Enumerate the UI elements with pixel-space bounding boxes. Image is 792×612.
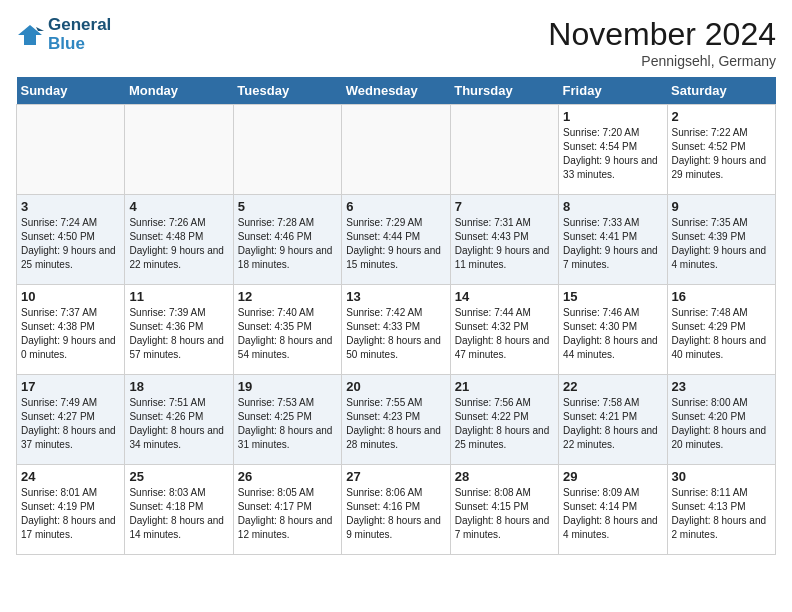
logo-icon <box>16 21 44 49</box>
calendar-cell: 26Sunrise: 8:05 AM Sunset: 4:17 PM Dayli… <box>233 465 341 555</box>
day-number: 22 <box>563 379 662 394</box>
day-info: Sunrise: 7:42 AM Sunset: 4:33 PM Dayligh… <box>346 306 445 362</box>
svg-marker-0 <box>18 25 42 45</box>
day-info: Sunrise: 7:56 AM Sunset: 4:22 PM Dayligh… <box>455 396 554 452</box>
day-number: 17 <box>21 379 120 394</box>
calendar-cell: 14Sunrise: 7:44 AM Sunset: 4:32 PM Dayli… <box>450 285 558 375</box>
day-number: 9 <box>672 199 771 214</box>
calendar-cell: 10Sunrise: 7:37 AM Sunset: 4:38 PM Dayli… <box>17 285 125 375</box>
location: Pennigsehl, Germany <box>548 53 776 69</box>
day-number: 16 <box>672 289 771 304</box>
day-info: Sunrise: 7:29 AM Sunset: 4:44 PM Dayligh… <box>346 216 445 272</box>
title-area: November 2024 Pennigsehl, Germany <box>548 16 776 69</box>
header-row: SundayMondayTuesdayWednesdayThursdayFrid… <box>17 77 776 105</box>
day-info: Sunrise: 7:49 AM Sunset: 4:27 PM Dayligh… <box>21 396 120 452</box>
calendar-cell: 22Sunrise: 7:58 AM Sunset: 4:21 PM Dayli… <box>559 375 667 465</box>
day-number: 19 <box>238 379 337 394</box>
calendar-cell: 30Sunrise: 8:11 AM Sunset: 4:13 PM Dayli… <box>667 465 775 555</box>
calendar-cell: 21Sunrise: 7:56 AM Sunset: 4:22 PM Dayli… <box>450 375 558 465</box>
calendar-cell: 8Sunrise: 7:33 AM Sunset: 4:41 PM Daylig… <box>559 195 667 285</box>
calendar-cell: 17Sunrise: 7:49 AM Sunset: 4:27 PM Dayli… <box>17 375 125 465</box>
day-number: 23 <box>672 379 771 394</box>
calendar-cell: 4Sunrise: 7:26 AM Sunset: 4:48 PM Daylig… <box>125 195 233 285</box>
calendar-cell: 3Sunrise: 7:24 AM Sunset: 4:50 PM Daylig… <box>17 195 125 285</box>
logo: General Blue <box>16 16 111 53</box>
day-number: 4 <box>129 199 228 214</box>
svg-marker-1 <box>36 27 44 31</box>
day-info: Sunrise: 7:28 AM Sunset: 4:46 PM Dayligh… <box>238 216 337 272</box>
day-number: 30 <box>672 469 771 484</box>
day-number: 27 <box>346 469 445 484</box>
calendar-cell: 29Sunrise: 8:09 AM Sunset: 4:14 PM Dayli… <box>559 465 667 555</box>
calendar-cell <box>125 105 233 195</box>
day-number: 8 <box>563 199 662 214</box>
day-info: Sunrise: 7:39 AM Sunset: 4:36 PM Dayligh… <box>129 306 228 362</box>
day-number: 18 <box>129 379 228 394</box>
day-number: 1 <box>563 109 662 124</box>
calendar-cell <box>450 105 558 195</box>
week-row-1: 1Sunrise: 7:20 AM Sunset: 4:54 PM Daylig… <box>17 105 776 195</box>
calendar-cell: 16Sunrise: 7:48 AM Sunset: 4:29 PM Dayli… <box>667 285 775 375</box>
day-number: 14 <box>455 289 554 304</box>
calendar-cell: 28Sunrise: 8:08 AM Sunset: 4:15 PM Dayli… <box>450 465 558 555</box>
calendar-cell: 5Sunrise: 7:28 AM Sunset: 4:46 PM Daylig… <box>233 195 341 285</box>
calendar-cell: 15Sunrise: 7:46 AM Sunset: 4:30 PM Dayli… <box>559 285 667 375</box>
day-number: 10 <box>21 289 120 304</box>
day-number: 7 <box>455 199 554 214</box>
day-info: Sunrise: 7:37 AM Sunset: 4:38 PM Dayligh… <box>21 306 120 362</box>
day-info: Sunrise: 7:53 AM Sunset: 4:25 PM Dayligh… <box>238 396 337 452</box>
week-row-5: 24Sunrise: 8:01 AM Sunset: 4:19 PM Dayli… <box>17 465 776 555</box>
calendar-cell: 19Sunrise: 7:53 AM Sunset: 4:25 PM Dayli… <box>233 375 341 465</box>
day-info: Sunrise: 7:22 AM Sunset: 4:52 PM Dayligh… <box>672 126 771 182</box>
col-header-wednesday: Wednesday <box>342 77 450 105</box>
day-info: Sunrise: 8:00 AM Sunset: 4:20 PM Dayligh… <box>672 396 771 452</box>
calendar-cell: 2Sunrise: 7:22 AM Sunset: 4:52 PM Daylig… <box>667 105 775 195</box>
calendar-cell: 20Sunrise: 7:55 AM Sunset: 4:23 PM Dayli… <box>342 375 450 465</box>
calendar-table: SundayMondayTuesdayWednesdayThursdayFrid… <box>16 77 776 555</box>
calendar-cell: 7Sunrise: 7:31 AM Sunset: 4:43 PM Daylig… <box>450 195 558 285</box>
calendar-cell: 6Sunrise: 7:29 AM Sunset: 4:44 PM Daylig… <box>342 195 450 285</box>
col-header-sunday: Sunday <box>17 77 125 105</box>
day-info: Sunrise: 8:05 AM Sunset: 4:17 PM Dayligh… <box>238 486 337 542</box>
day-number: 24 <box>21 469 120 484</box>
day-info: Sunrise: 7:33 AM Sunset: 4:41 PM Dayligh… <box>563 216 662 272</box>
day-number: 26 <box>238 469 337 484</box>
calendar-cell <box>342 105 450 195</box>
day-number: 29 <box>563 469 662 484</box>
day-number: 2 <box>672 109 771 124</box>
day-info: Sunrise: 7:31 AM Sunset: 4:43 PM Dayligh… <box>455 216 554 272</box>
week-row-3: 10Sunrise: 7:37 AM Sunset: 4:38 PM Dayli… <box>17 285 776 375</box>
calendar-cell: 1Sunrise: 7:20 AM Sunset: 4:54 PM Daylig… <box>559 105 667 195</box>
day-info: Sunrise: 7:48 AM Sunset: 4:29 PM Dayligh… <box>672 306 771 362</box>
calendar-cell: 9Sunrise: 7:35 AM Sunset: 4:39 PM Daylig… <box>667 195 775 285</box>
day-number: 6 <box>346 199 445 214</box>
calendar-header: SundayMondayTuesdayWednesdayThursdayFrid… <box>17 77 776 105</box>
col-header-friday: Friday <box>559 77 667 105</box>
day-info: Sunrise: 7:26 AM Sunset: 4:48 PM Dayligh… <box>129 216 228 272</box>
day-number: 12 <box>238 289 337 304</box>
day-info: Sunrise: 7:20 AM Sunset: 4:54 PM Dayligh… <box>563 126 662 182</box>
calendar-body: 1Sunrise: 7:20 AM Sunset: 4:54 PM Daylig… <box>17 105 776 555</box>
day-info: Sunrise: 7:51 AM Sunset: 4:26 PM Dayligh… <box>129 396 228 452</box>
col-header-saturday: Saturday <box>667 77 775 105</box>
day-info: Sunrise: 8:01 AM Sunset: 4:19 PM Dayligh… <box>21 486 120 542</box>
day-number: 28 <box>455 469 554 484</box>
day-info: Sunrise: 7:24 AM Sunset: 4:50 PM Dayligh… <box>21 216 120 272</box>
col-header-thursday: Thursday <box>450 77 558 105</box>
day-info: Sunrise: 7:44 AM Sunset: 4:32 PM Dayligh… <box>455 306 554 362</box>
day-number: 3 <box>21 199 120 214</box>
day-info: Sunrise: 7:40 AM Sunset: 4:35 PM Dayligh… <box>238 306 337 362</box>
day-number: 15 <box>563 289 662 304</box>
day-info: Sunrise: 8:09 AM Sunset: 4:14 PM Dayligh… <box>563 486 662 542</box>
week-row-4: 17Sunrise: 7:49 AM Sunset: 4:27 PM Dayli… <box>17 375 776 465</box>
day-number: 25 <box>129 469 228 484</box>
calendar-cell: 18Sunrise: 7:51 AM Sunset: 4:26 PM Dayli… <box>125 375 233 465</box>
month-title: November 2024 <box>548 16 776 53</box>
day-number: 20 <box>346 379 445 394</box>
day-number: 21 <box>455 379 554 394</box>
logo-text: General Blue <box>48 16 111 53</box>
calendar-cell: 27Sunrise: 8:06 AM Sunset: 4:16 PM Dayli… <box>342 465 450 555</box>
col-header-monday: Monday <box>125 77 233 105</box>
calendar-cell: 23Sunrise: 8:00 AM Sunset: 4:20 PM Dayli… <box>667 375 775 465</box>
calendar-cell <box>233 105 341 195</box>
